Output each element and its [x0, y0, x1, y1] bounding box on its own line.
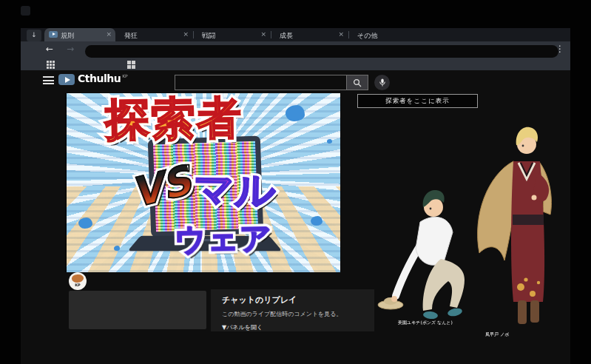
thumbnail-title-line1: 探索者探索者: [104, 95, 243, 141]
logo-region-badge: KP: [122, 73, 128, 78]
play-favicon-icon: [49, 31, 58, 38]
search-area: [175, 75, 390, 90]
tab-growth[interactable]: 成長 ×: [272, 28, 348, 41]
investigator-illustrations: [368, 104, 570, 340]
avatar-creature-icon: [72, 274, 84, 283]
tab-label: 規則: [61, 31, 74, 41]
caption-left-investigator: 美園ユキチ(ポンズ なんと): [398, 320, 453, 326]
chat-replay-title: チャットのリプレイ: [222, 294, 374, 306]
paint-splat: [114, 246, 120, 251]
investigator-left: [378, 190, 465, 320]
chat-replay-panel: チャットのリプレイ この動画のライブ配信時のコメントを見る。 ▼パネルを開く: [211, 289, 374, 331]
close-icon[interactable]: ×: [183, 30, 189, 38]
investigator-right: [478, 127, 552, 324]
back-button[interactable]: ←: [46, 44, 53, 54]
search-button[interactable]: [346, 75, 368, 90]
browser-nav-bar: ← → ⋮: [21, 41, 570, 70]
site-logo[interactable]: Cthulhu KP: [58, 73, 128, 85]
tab-combat[interactable]: 戦闘 ×: [195, 28, 270, 41]
paint-splat: [78, 218, 92, 229]
tab-divider: [348, 31, 349, 38]
video-info-placeholder: [69, 291, 206, 329]
tab-divider: [193, 31, 194, 38]
tab-label: 戦闘: [202, 31, 215, 41]
tab-label: 成長: [280, 31, 293, 41]
apps-grid-icon[interactable]: [47, 61, 55, 69]
caption-right-investigator: 風早戸 ノボ: [485, 331, 509, 338]
channel-avatar[interactable]: KP: [69, 272, 87, 290]
close-icon[interactable]: ×: [260, 30, 266, 38]
thumbnail-title-line3: ウェアウェア: [175, 223, 273, 255]
forward-button[interactable]: →: [67, 44, 74, 54]
thumbnail-title-line2: マルマル: [194, 169, 276, 211]
chat-replay-description: この動画のライブ配信時のコメントを見る。: [222, 310, 374, 318]
tab-insanity[interactable]: 発狂 ×: [117, 28, 192, 41]
close-icon[interactable]: ×: [338, 30, 344, 38]
close-icon[interactable]: ×: [106, 30, 112, 38]
logo-text: Cthulhu: [78, 73, 121, 84]
bookmarks-grid-icon[interactable]: [127, 61, 135, 69]
paint-splat: [286, 105, 305, 121]
screen: ↓ 規則 × 発狂 × 戦闘 × 成長 × その他 ← → ⋮: [0, 0, 591, 364]
down-arrow-icon: ↓: [31, 31, 37, 38]
tab-bar: ↓ 規則 × 発狂 × 戦闘 × 成長 × その他: [21, 28, 570, 41]
mic-button[interactable]: [374, 75, 390, 90]
video-page: Cthulhu KP 探索者をここに表示 探索者: [21, 70, 570, 364]
hamburger-menu-icon[interactable]: [43, 76, 54, 84]
tab-label: 発狂: [124, 31, 138, 41]
tab-label: その他: [357, 31, 377, 41]
tab-divider: [271, 31, 271, 38]
play-logo-icon: [58, 74, 75, 85]
search-icon: [353, 78, 362, 87]
window-button[interactable]: [21, 6, 30, 16]
url-bar[interactable]: [85, 45, 558, 58]
avatar-label: KP: [69, 283, 87, 287]
tab-rules[interactable]: 規則 ×: [44, 28, 115, 41]
video-thumbnail[interactable]: 探索者探索者 VSVS マルマル ウェアウェア: [65, 93, 340, 272]
paint-splat: [327, 139, 332, 144]
paint-splat: [311, 216, 322, 226]
tab-others[interactable]: その他: [350, 28, 424, 41]
tab-search-button[interactable]: ↓: [27, 30, 41, 41]
open-panel-toggle[interactable]: ▼パネルを開く: [222, 323, 374, 331]
search-input[interactable]: [175, 75, 346, 90]
menu-kebab-icon[interactable]: ⋮: [555, 44, 564, 54]
mic-icon: [379, 78, 386, 87]
